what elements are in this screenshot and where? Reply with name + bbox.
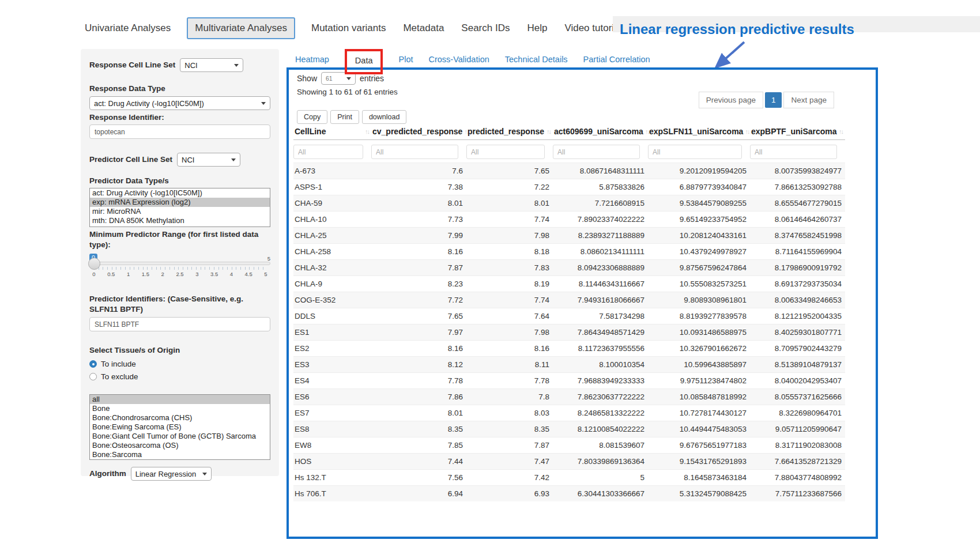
column-header-act609699_unisarcoma[interactable]: act609699_uniSarcoma↑↓ (553, 124, 648, 136)
tissue-option[interactable]: Bone:Sarcoma (90, 450, 270, 459)
response-data-type-select[interactable]: act: Drug Activity (-log10[IC50M]) (89, 96, 270, 110)
predictor-identifiers-input[interactable] (89, 317, 270, 331)
cell-value: 9.65149233754952 (648, 212, 750, 227)
tab-partial-correlation[interactable]: Partial Correlation (583, 55, 650, 64)
cell-value: 8.69137293735034 (750, 276, 845, 292)
cell-value: 7.38 (371, 179, 466, 195)
nav-item-multivariate-analyses[interactable]: Multivariate Analyses (187, 17, 295, 39)
tissue-listbox[interactable]: allBoneBone:Chondrosarcoma (CHS)Bone:Ewi… (89, 394, 270, 460)
cell-value: 8.37476582451998 (750, 228, 845, 243)
tissue-radio-group: To includeTo exclude (89, 360, 270, 381)
sort-icon[interactable]: ↑↓ (839, 128, 843, 135)
predictor-identifiers-label: Predictor Identifiers: (Case-Sensitive, … (89, 294, 270, 315)
column-filter-input-expbptf_unisarcoma[interactable] (750, 145, 837, 159)
download-button[interactable]: download (362, 110, 407, 124)
predictor-cell-line-set-select[interactable]: NCI (177, 153, 240, 167)
slider-tick-label: 2.5 (176, 271, 183, 277)
table-row: ASPS-17.387.225.8758338266.8879773934084… (293, 179, 845, 195)
copy-button[interactable]: Copy (297, 110, 327, 124)
tissue-option[interactable]: Bone:Ewing Sarcoma (ES) (90, 422, 270, 432)
cell-value: 7.98 (466, 324, 553, 340)
sort-icon[interactable]: ↑↓ (745, 128, 749, 135)
nav-item-search-ids[interactable]: Search IDs (460, 18, 511, 38)
column-header-cv_predicted_response[interactable]: cv_predicted_response↑↓ (371, 124, 466, 136)
predictor-data-types-listbox[interactable]: act: Drug Activity (-log10[IC50M])exp: m… (89, 188, 270, 227)
column-header-predicted_response[interactable]: predicted_response↑↓ (466, 124, 553, 136)
cell-value: 10.5550832573251 (648, 276, 750, 292)
cell-value: 7.8 (466, 389, 553, 405)
cell-value: 7.74 (466, 292, 553, 308)
sort-icon[interactable]: ↑↓ (365, 128, 369, 135)
table-row: COG-E-3527.727.747.949316180666679.80893… (293, 292, 845, 308)
next-page-button[interactable]: Next page (783, 92, 834, 108)
column-header-cellline[interactable]: CellLine↑↓ (293, 124, 371, 136)
slider-tick-label: 3.5 (210, 271, 218, 277)
cell-value: 8.11723637955556 (553, 341, 648, 356)
min-range-slider[interactable]: 0 5 00.511.522.533.544.55 (89, 262, 270, 289)
tissue-radio-to-include[interactable]: To include (89, 360, 270, 368)
column-filter-input-expslfn11_unisarcoma[interactable] (648, 145, 742, 159)
tissue-option[interactable]: Bone:Giant Cell Tumor of Bone (GCTB) Sar… (90, 432, 270, 441)
tab-plot[interactable]: Plot (398, 55, 413, 64)
previous-page-button[interactable]: Previous page (699, 92, 763, 108)
cell-value: 8.04002042953407 (750, 373, 845, 388)
tab-technical-details[interactable]: Technical Details (505, 55, 568, 64)
page-number-active[interactable]: 1 (765, 92, 782, 108)
radio-icon[interactable] (89, 373, 97, 380)
column-filter-input-cellline[interactable] (293, 145, 363, 159)
cell-value: 8.51389104879137 (750, 357, 845, 372)
tissue-option[interactable]: Bone:Osteosarcoma (OS) (90, 441, 270, 450)
column-header-expslfn11_unisarcoma[interactable]: expSLFN11_uniSarcoma↑↓ (648, 124, 750, 136)
predictor-data-type-option[interactable]: act: Drug Activity (-log10[IC50M]) (90, 188, 270, 198)
cell-value: 7.86 (371, 389, 466, 405)
filter-cell (553, 144, 648, 160)
cell-value: 7.581734298 (553, 308, 648, 324)
tissue-radio-to-exclude[interactable]: To exclude (89, 372, 270, 381)
predictor-data-type-option[interactable]: exp: mRNA Expression (log2) (90, 198, 270, 207)
slider-tick-label: 2 (161, 271, 164, 277)
column-header-expbptf_unisarcoma[interactable]: expBPTF_uniSarcoma↑↓ (750, 124, 845, 136)
tissue-option[interactable]: all (90, 395, 270, 404)
slider-tick-label: 0.5 (107, 271, 115, 277)
column-filter-input-act609699_unisarcoma[interactable] (553, 145, 640, 159)
cell-value: 7.66413528721329 (750, 454, 845, 469)
cell-value: 8.71164155969904 (750, 244, 845, 259)
nav-item-help[interactable]: Help (526, 18, 548, 38)
print-button[interactable]: Print (330, 110, 359, 124)
cell-value: 7.80339869136364 (553, 454, 648, 469)
response-identifier-label: Response Identifier: (89, 112, 270, 123)
cell-value: 8.24865813322222 (553, 405, 648, 421)
cell-value: 7.86613253092788 (750, 179, 845, 195)
radio-icon[interactable] (89, 360, 97, 368)
table-row: Hs 132.T7.567.4258.16458734631847.880437… (293, 469, 845, 485)
response-cell-line-set-select[interactable]: NCI (180, 58, 243, 72)
cell-value: 7.94931618066667 (553, 292, 648, 308)
slider-handle[interactable] (88, 258, 100, 270)
nav-item-mutation-variants[interactable]: Mutation variants (310, 18, 387, 38)
table-row: ES67.867.87.8623063772222210.08584878189… (293, 388, 845, 405)
column-filter-input-cv_predicted_response[interactable] (371, 145, 458, 159)
predictor-data-type-option[interactable]: mir: MicroRNA (90, 207, 270, 216)
column-filter-input-predicted_response[interactable] (466, 145, 545, 159)
tab-data[interactable]: Data (345, 49, 383, 74)
result-tabs: HeatmapDataPlotCross-ValidationTechnical… (295, 46, 650, 73)
cell-value: 8.23893271188889 (553, 228, 648, 243)
predictor-data-type-option[interactable]: mth: DNA 850K Methylation (90, 216, 270, 225)
slider-track[interactable] (89, 262, 270, 265)
algorithm-select[interactable]: Linear Regression (131, 467, 212, 481)
nav-item-metadata[interactable]: Metadata (402, 18, 445, 38)
response-identifier-input[interactable] (89, 124, 270, 139)
cell-value: 8.09423306888889 (553, 260, 648, 276)
cell-value: 8.3226980964701 (750, 405, 845, 421)
slider-tick-label: 5 (264, 271, 267, 277)
tab-heatmap[interactable]: Heatmap (295, 55, 329, 64)
cell-value: 7.64 (466, 308, 553, 324)
filter-cell (293, 144, 371, 160)
nav-item-univariate-analyses[interactable]: Univariate Analyses (84, 18, 172, 38)
table-row: CHLA-107.737.747.890233740222229.6514923… (293, 211, 845, 227)
algorithm-value: Linear Regression (135, 470, 197, 478)
sort-icon[interactable]: ↑↓ (546, 128, 551, 135)
tab-cross-validation[interactable]: Cross-Validation (428, 55, 489, 64)
tissue-option[interactable]: Bone:Chondrosarcoma (CHS) (90, 413, 270, 422)
tissue-option[interactable]: Bone (90, 404, 270, 413)
